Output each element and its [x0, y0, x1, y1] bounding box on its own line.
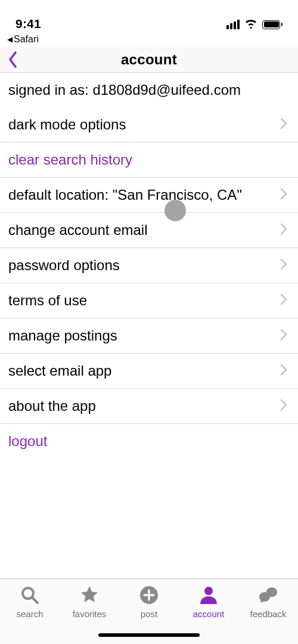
breadcrumb-label: Safari [14, 34, 39, 45]
chevron-right-icon [280, 186, 287, 204]
status-bar: 9:41 [0, 0, 298, 32]
row-about-the-app[interactable]: about the app [0, 389, 298, 424]
page-title: account [121, 51, 177, 68]
tab-account-label: account [193, 609, 225, 619]
search-icon [20, 585, 40, 605]
star-icon [79, 585, 100, 605]
back-triangle-icon: ◀ [7, 35, 13, 44]
row-clear-search-history[interactable]: clear search history [0, 143, 298, 178]
tab-favorites-label: favorites [73, 609, 107, 619]
terms-label: terms of use [8, 292, 87, 309]
change-email-label: change account email [8, 221, 147, 239]
chevron-right-icon [280, 397, 287, 415]
row-signed-in-as: signed in as: d1808d9d@uifeed.com [0, 73, 298, 107]
status-time: 9:41 [15, 17, 41, 31]
row-password-options[interactable]: password options [0, 248, 298, 283]
dark-mode-label: dark mode options [8, 116, 126, 134]
manage-label: manage postings [8, 327, 117, 345]
logout-label: logout [8, 432, 47, 450]
battery-icon [262, 20, 283, 29]
nav-back-button[interactable] [7, 51, 19, 68]
tab-post[interactable]: post [119, 585, 179, 627]
chevron-left-icon [7, 51, 19, 68]
clear-history-label: clear search history [8, 151, 132, 169]
nav-bar: account [0, 47, 298, 73]
cellular-signal-icon [226, 20, 240, 29]
chevron-right-icon [280, 256, 287, 274]
svg-line-1 [32, 597, 38, 603]
chevron-right-icon [280, 327, 287, 345]
chevron-right-icon [280, 362, 287, 380]
row-default-location[interactable]: default location: "San Francisco, CA" [0, 178, 298, 213]
chat-bubbles-icon [258, 585, 278, 605]
row-manage-postings[interactable]: manage postings [0, 318, 298, 354]
tab-favorites[interactable]: favorites [60, 585, 119, 627]
chevron-right-icon [280, 116, 287, 134]
tab-search[interactable]: search [0, 585, 60, 627]
settings-list: signed in as: d1808d9d@uifeed.com dark m… [0, 73, 298, 459]
about-label: about the app [8, 397, 96, 415]
tab-feedback-label: feedback [250, 609, 287, 619]
touch-indicator-icon [164, 200, 186, 221]
signed-in-label: signed in as: d1808d9d@uifeed.com [8, 81, 241, 99]
email-app-label: select email app [8, 362, 111, 380]
row-select-email-app[interactable]: select email app [0, 354, 298, 389]
person-icon [198, 585, 219, 605]
svg-point-5 [204, 587, 213, 595]
default-location-label: default location: "San Francisco, CA" [8, 186, 242, 204]
row-dark-mode-options[interactable]: dark mode options [0, 107, 298, 143]
tab-feedback[interactable]: feedback [238, 585, 298, 627]
tab-post-label: post [141, 609, 157, 619]
wifi-icon [244, 18, 257, 31]
row-change-account-email[interactable]: change account email [0, 213, 298, 248]
tab-account[interactable]: account [179, 585, 238, 627]
chevron-right-icon [280, 292, 287, 309]
plus-circle-icon [139, 585, 159, 605]
row-logout[interactable]: logout [0, 424, 298, 459]
password-label: password options [8, 256, 120, 274]
tab-search-label: search [16, 609, 43, 619]
row-terms-of-use[interactable]: terms of use [0, 283, 298, 318]
breadcrumb-back-to-safari[interactable]: ◀ Safari [0, 32, 298, 47]
status-icons [226, 18, 283, 31]
home-indicator[interactable] [98, 633, 200, 637]
chevron-right-icon [280, 221, 287, 239]
